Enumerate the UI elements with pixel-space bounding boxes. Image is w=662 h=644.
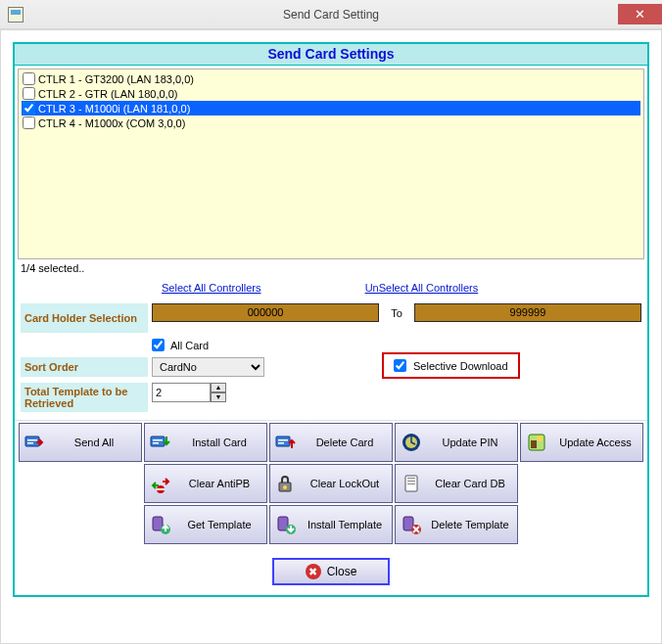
all-card-checkbox[interactable] (152, 339, 165, 351)
controller-checkbox[interactable] (23, 116, 35, 129)
controller-row[interactable]: CTLR 2 - GTR (LAN 180,0,0) (22, 86, 640, 101)
card-from-input[interactable]: 000000 (152, 303, 379, 322)
delete-template-button[interactable]: Delete Template (395, 505, 518, 544)
svg-rect-20 (407, 483, 415, 484)
template-total-label: Total Template to be Retrieved (21, 383, 148, 412)
clear-carddb-icon (400, 472, 423, 495)
svg-rect-18 (407, 478, 415, 479)
controller-row[interactable]: CTLR 1 - GT3200 (LAN 183,0,0) (22, 71, 640, 86)
controller-checkbox[interactable] (23, 72, 35, 85)
window-title: Send Card Setting (283, 8, 379, 22)
card-to-label: To (385, 307, 408, 319)
delete-template-icon (400, 513, 423, 536)
sort-order-select[interactable]: CardNo (152, 357, 264, 377)
clear-lockout-button-label: Clear LockOut (302, 478, 388, 489)
app-icon (8, 7, 24, 23)
svg-rect-19 (407, 481, 415, 482)
update-pin-button[interactable]: Update PIN (395, 423, 518, 462)
spinner-up-icon[interactable]: ▲ (211, 383, 226, 392)
clear-antipb-icon (149, 472, 172, 495)
clear-antipb-button[interactable]: Clear AntiPB (144, 464, 267, 503)
update-pin-button-label: Update PIN (427, 437, 513, 448)
page-title: Send Card Settings (15, 44, 647, 66)
install-template-icon (274, 513, 298, 536)
controller-label: CTLR 2 - GTR (LAN 180,0,0) (38, 88, 177, 100)
update-access-button-label: Update Access (552, 437, 638, 448)
install-card-icon (149, 431, 172, 454)
svg-rect-7 (278, 439, 288, 441)
send-all-icon (24, 431, 47, 454)
close-button-label: Close (327, 565, 357, 578)
controller-checkbox[interactable] (23, 87, 35, 100)
selective-download-label[interactable]: Selective Download (413, 360, 508, 372)
svg-point-13 (537, 436, 543, 441)
install-card-button[interactable]: Install Card (144, 423, 267, 462)
button-grid: Send AllInstall CardDelete CardUpdate PI… (15, 420, 647, 550)
card-holder-label: Card Holder Selection (21, 303, 148, 333)
sort-order-label: Sort Order (21, 357, 148, 377)
window-close-button[interactable]: ✕ (618, 4, 662, 24)
controller-label: CTLR 1 - GT3200 (LAN 183,0,0) (38, 73, 194, 85)
get-template-button-label: Get Template (176, 519, 262, 530)
update-access-button[interactable]: Update Access (520, 423, 643, 462)
unselect-all-link[interactable]: UnSelect All Controllers (365, 282, 479, 294)
selective-download-checkbox[interactable] (394, 359, 406, 372)
selection-status: 1/4 selected.. (21, 262, 641, 274)
clear-lockout-button[interactable]: Clear LockOut (269, 464, 393, 503)
clear-carddb-button[interactable]: Clear Card DB (395, 464, 518, 503)
svg-rect-5 (153, 442, 159, 444)
update-access-icon (525, 431, 548, 454)
controller-row[interactable]: CTLR 3 - M1000i (LAN 181,0,0) (22, 101, 640, 115)
get-template-icon (149, 513, 172, 536)
close-button[interactable]: ✖ Close (272, 558, 390, 585)
install-template-button-label: Install Template (302, 519, 388, 530)
template-total-spinner[interactable]: ▲ ▼ (211, 383, 226, 402)
select-all-link[interactable]: Select All Controllers (162, 282, 261, 294)
clear-lockout-icon (274, 472, 298, 495)
delete-card-icon (274, 431, 298, 454)
controller-checkbox[interactable] (23, 102, 35, 115)
select-links: Select All Controllers UnSelect All Cont… (15, 280, 647, 303)
svg-rect-4 (153, 439, 163, 441)
delete-card-button-label: Delete Card (302, 437, 388, 448)
all-card-label[interactable]: All Card (170, 340, 209, 351)
card-to-input[interactable]: 999999 (414, 303, 641, 322)
send-all-button-label: Send All (51, 437, 137, 448)
svg-rect-12 (531, 440, 537, 448)
svg-rect-1 (27, 439, 37, 441)
update-pin-icon (400, 431, 423, 454)
delete-template-button-label: Delete Template (427, 519, 513, 530)
install-card-button-label: Install Card (176, 437, 262, 448)
install-template-button[interactable]: Install Template (269, 505, 393, 544)
controller-row[interactable]: CTLR 4 - M1000x (COM 3,0,0) (22, 115, 640, 130)
controller-label: CTLR 3 - M1000i (LAN 181,0,0) (38, 103, 190, 115)
controller-label: CTLR 4 - M1000x (COM 3,0,0) (38, 117, 185, 129)
svg-rect-8 (278, 442, 284, 444)
get-template-button[interactable]: Get Template (144, 505, 267, 544)
svg-rect-6 (276, 437, 290, 446)
controller-list[interactable]: CTLR 1 - GT3200 (LAN 183,0,0)CTLR 2 - GT… (18, 69, 644, 259)
spinner-down-icon[interactable]: ▼ (211, 392, 226, 402)
selective-download-box: Selective Download (382, 352, 520, 379)
svg-rect-3 (151, 437, 165, 446)
clear-carddb-button-label: Clear Card DB (427, 478, 513, 489)
svg-point-16 (283, 485, 287, 489)
template-total-input[interactable] (152, 383, 211, 402)
titlebar: Send Card Setting ✕ (0, 0, 662, 29)
send-all-button[interactable]: Send All (19, 423, 142, 462)
delete-card-button[interactable]: Delete Card (269, 423, 393, 462)
svg-rect-2 (27, 442, 33, 444)
clear-antipb-button-label: Clear AntiPB (176, 478, 262, 489)
close-icon: ✖ (306, 564, 321, 579)
